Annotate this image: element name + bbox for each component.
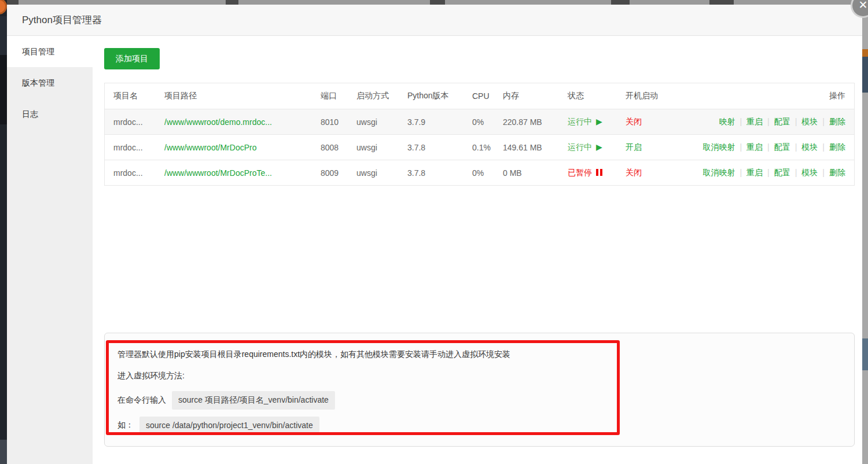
activate-command-example: source /data/python/project1_venv/bin/ac… xyxy=(139,417,319,434)
action-link-删除[interactable]: 删除 xyxy=(829,168,845,177)
action-link-取消映射[interactable]: 取消映射 xyxy=(703,142,735,152)
modal-sidebar: 项目管理版本管理日志 xyxy=(7,36,93,464)
action-separator: | xyxy=(795,168,797,177)
action-separator: | xyxy=(822,142,825,152)
memory-usage: 0 MB xyxy=(503,168,568,178)
cpu-usage: 0% xyxy=(472,117,503,127)
column-header: 项目路径 xyxy=(164,91,321,101)
action-link-重启[interactable]: 重启 xyxy=(746,142,763,152)
table-row: mrdoc.../www/wwwroot/demo.mrdoc...8010uw… xyxy=(105,109,854,134)
cpu-usage: 0.1% xyxy=(472,143,503,152)
project-path-cell: /www/wwwroot/MrDocPro xyxy=(164,143,321,152)
project-name: mrdoc... xyxy=(105,168,164,178)
action-separator: | xyxy=(822,117,825,126)
action-link-删除[interactable]: 删除 xyxy=(829,117,845,126)
action-link-模块[interactable]: 模块 xyxy=(801,142,818,152)
column-header: 内存 xyxy=(503,91,568,101)
virtualenv-help-box: 管理器默认使用pip安装项目根目录requirements.txt内的模块，如有… xyxy=(104,333,855,447)
pause-icon[interactable] xyxy=(596,169,602,176)
sidebar-item-版本管理[interactable]: 版本管理 xyxy=(7,67,93,98)
project-path-link[interactable]: /www/wwwroot/MrDocPro xyxy=(164,143,256,152)
action-separator: | xyxy=(767,168,770,177)
column-header: 项目名 xyxy=(105,91,164,101)
play-icon[interactable]: ▶ xyxy=(596,142,602,152)
action-separator: | xyxy=(822,168,825,177)
project-name: mrdoc... xyxy=(105,117,164,127)
project-path-link[interactable]: /www/wwwroot/demo.mrdoc... xyxy=(164,117,272,127)
status-toggle[interactable]: 运行中▶ xyxy=(568,142,602,152)
project-path-cell: /www/wwwroot/demo.mrdoc... xyxy=(164,117,321,127)
port: 8008 xyxy=(321,143,356,152)
project-path-link[interactable]: /www/wwwroot/MrDocProTe... xyxy=(164,168,272,178)
python-project-manager-modal: Python项目管理器 项目管理版本管理日志 添加项目 项目名项目路径端口启动方… xyxy=(7,5,862,464)
action-separator: | xyxy=(740,117,742,126)
action-link-配置[interactable]: 配置 xyxy=(774,117,790,126)
memory-usage: 220.87 MB xyxy=(503,117,568,127)
play-icon[interactable]: ▶ xyxy=(596,117,602,126)
column-header: 启动方式 xyxy=(356,91,407,101)
column-header: CPU xyxy=(472,91,503,101)
action-link-重启[interactable]: 重启 xyxy=(746,117,763,126)
memory-usage: 149.61 MB xyxy=(503,143,568,152)
column-header: 开机启动 xyxy=(626,91,695,101)
sidebar-item-日志[interactable]: 日志 xyxy=(7,98,93,130)
table-row: mrdoc.../www/wwwroot/MrDocProTe...8009uw… xyxy=(105,160,854,185)
help-line-3-prefix: 在命令行输入 xyxy=(117,395,166,406)
action-link-模块[interactable]: 模块 xyxy=(801,168,818,177)
actions-cell: 取消映射|重启|配置|模块|删除 xyxy=(695,142,854,153)
action-separator: | xyxy=(795,142,797,152)
column-header: 端口 xyxy=(321,91,356,101)
sidebar-item-项目管理[interactable]: 项目管理 xyxy=(7,36,93,67)
autostart-toggle[interactable]: 关闭 xyxy=(626,168,642,177)
column-header: 状态 xyxy=(568,91,626,101)
action-link-映射[interactable]: 映射 xyxy=(719,117,735,126)
help-line-4-prefix: 如： xyxy=(117,420,134,430)
python-version: 3.7.9 xyxy=(407,117,472,127)
project-path-cell: /www/wwwroot/MrDocProTe... xyxy=(164,168,321,178)
project-table: 项目名项目路径端口启动方式Python版本CPU内存状态开机启动操作 mrdoc… xyxy=(104,83,855,186)
autostart-cell: 开启 xyxy=(626,142,695,153)
start-mode: uwsgi xyxy=(356,143,407,152)
table-header-row: 项目名项目路径端口启动方式Python版本CPU内存状态开机启动操作 xyxy=(105,83,854,109)
help-line-1: 管理器默认使用pip安装项目根目录requirements.txt内的模块，如有… xyxy=(117,348,854,360)
status-toggle[interactable]: 已暂停 xyxy=(568,168,602,177)
background-page-top-sliver xyxy=(0,0,868,5)
autostart-cell: 关闭 xyxy=(626,117,695,127)
action-link-取消映射[interactable]: 取消映射 xyxy=(703,168,735,177)
python-version: 3.7.8 xyxy=(407,168,472,178)
action-separator: | xyxy=(795,117,797,126)
modal-main-panel: 添加项目 项目名项目路径端口启动方式Python版本CPU内存状态开机启动操作 … xyxy=(93,36,862,464)
action-separator: | xyxy=(767,117,770,126)
column-header: 操作 xyxy=(695,91,854,101)
action-link-删除[interactable]: 删除 xyxy=(829,142,845,152)
column-header: Python版本 xyxy=(407,91,472,101)
status-cell: 运行中▶ xyxy=(568,142,626,153)
action-link-模块[interactable]: 模块 xyxy=(801,117,818,126)
start-mode: uwsgi xyxy=(356,117,407,127)
background-page-left-sidebar xyxy=(0,0,7,464)
port: 8009 xyxy=(321,168,356,178)
cpu-usage: 0% xyxy=(472,168,503,178)
status-toggle[interactable]: 运行中▶ xyxy=(568,117,602,126)
autostart-toggle[interactable]: 开启 xyxy=(626,142,642,152)
action-separator: | xyxy=(740,142,742,152)
action-separator: | xyxy=(767,142,770,152)
action-link-配置[interactable]: 配置 xyxy=(774,168,790,177)
add-project-button[interactable]: 添加项目 xyxy=(104,48,160,69)
port: 8010 xyxy=(321,117,356,127)
action-link-配置[interactable]: 配置 xyxy=(774,142,790,152)
modal-title: Python项目管理器 xyxy=(7,5,862,36)
autostart-cell: 关闭 xyxy=(626,168,695,178)
action-separator: | xyxy=(740,168,742,177)
status-cell: 运行中▶ xyxy=(568,117,626,127)
action-link-重启[interactable]: 重启 xyxy=(746,168,763,177)
actions-cell: 映射|重启|配置|模块|删除 xyxy=(695,117,854,127)
autostart-toggle[interactable]: 关闭 xyxy=(626,117,642,126)
project-name: mrdoc... xyxy=(105,143,164,152)
table-row: mrdoc.../www/wwwroot/MrDocPro8008uwsgi3.… xyxy=(105,134,854,160)
background-page-right-sliver xyxy=(862,0,868,464)
python-version: 3.7.8 xyxy=(407,143,472,152)
status-cell: 已暂停 xyxy=(568,168,626,178)
actions-cell: 取消映射|重启|配置|模块|删除 xyxy=(695,168,854,178)
start-mode: uwsgi xyxy=(356,168,407,178)
